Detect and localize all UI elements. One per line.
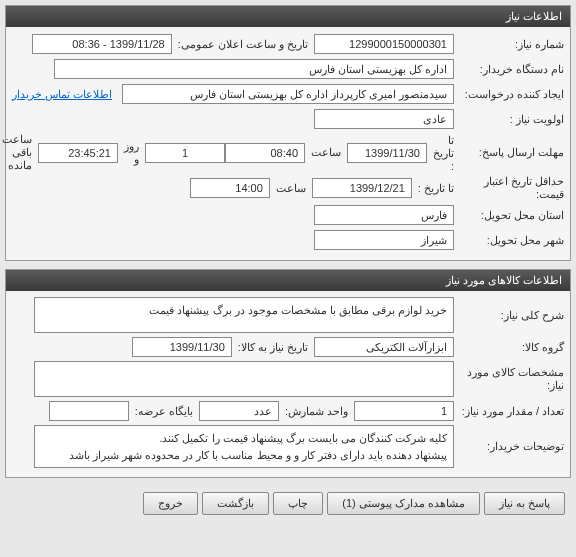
package-value — [49, 401, 129, 421]
to-time-value: 08:40 — [225, 143, 305, 163]
attachments-button[interactable]: مشاهده مدارک پیوستی (1) — [327, 492, 480, 515]
buyer-name-value: اداره کل بهزیستی استان فارس — [54, 59, 454, 79]
qty-value: 1 — [354, 401, 454, 421]
priority-value: عادی — [314, 109, 454, 129]
desc-label: شرح کلی نیاز: — [454, 309, 564, 322]
province-value: فارس — [314, 205, 454, 225]
back-button[interactable]: بازگشت — [202, 492, 269, 515]
need-info-panel: اطلاعات نیاز شماره نیاز: 129900015000030… — [5, 5, 571, 261]
public-date-value: 1399/11/28 - 08:36 — [32, 34, 172, 54]
province-label: استان محل تحویل: — [454, 209, 564, 222]
need-number-label: شماره نیاز: — [454, 38, 564, 51]
to-date-label: تا تاریخ : — [427, 134, 454, 172]
priority-label: اولویت نیاز : — [454, 113, 564, 126]
panel1-header: اطلاعات نیاز — [6, 6, 570, 27]
deadline-label: مهلت ارسال پاسخ: — [454, 146, 564, 159]
city-label: شهر محل تحویل: — [454, 234, 564, 247]
button-bar: پاسخ به نیاز مشاهده مدارک پیوستی (1) چاپ… — [5, 486, 571, 521]
min-validity-label: حداقل تاریخ اعتبار قیمت: — [454, 175, 564, 201]
panel2-header: اطلاعات کالاهای مورد نیاز — [6, 270, 570, 291]
qty-label: تعداد / مقدار مورد نیاز: — [454, 405, 564, 418]
print-button[interactable]: چاپ — [273, 492, 323, 515]
exit-button[interactable]: خروج — [143, 492, 198, 515]
panel1-body: شماره نیاز: 1299000150000301 تاریخ و ساع… — [6, 27, 570, 260]
city-value: شیراز — [314, 230, 454, 250]
goods-info-panel: اطلاعات کالاهای مورد نیاز شرح کلی نیاز: … — [5, 269, 571, 478]
need-date-label: تاریخ نیاز به کالا: — [232, 341, 314, 354]
to-date-value: 1399/11/30 — [347, 143, 427, 163]
notes-label: توضیحات خریدار: — [454, 440, 564, 453]
public-date-label: تاریخ و ساعت اعلان عمومی: — [172, 38, 314, 51]
panel2-body: شرح کلی نیاز: خرید لوازم برقی مطابق با م… — [6, 291, 570, 477]
remaining-label: ساعت باقی مانده — [0, 133, 38, 172]
desc-value: خرید لوازم برقی مطابق با مشخصات موجود در… — [34, 297, 454, 333]
validity-time-value: 14:00 — [190, 178, 270, 198]
spec-label: مشخصات کالای مورد نیاز: — [454, 366, 564, 392]
need-number-value: 1299000150000301 — [314, 34, 454, 54]
respond-button[interactable]: پاسخ به نیاز — [484, 492, 565, 515]
unit-label: واحد شمارش: — [279, 405, 354, 418]
package-label: بایگاه عرضه: — [129, 405, 199, 418]
validity-date-value: 1399/12/21 — [312, 178, 412, 198]
group-value: ابزارآلات الکتریکی — [314, 337, 454, 357]
unit-value: عدد — [199, 401, 279, 421]
buyer-name-label: نام دستگاه خریدار: — [454, 63, 564, 76]
creator-value: سیدمنصور امیری کارپرداز اداره کل بهزیستی… — [122, 84, 454, 104]
notes-value: کلیه شرکت کنندگان می بایست برگ پیشنهاد ق… — [34, 425, 454, 468]
creator-label: ایجاد کننده درخواست: — [454, 88, 564, 101]
need-date-value: 1399/11/30 — [132, 337, 232, 357]
time-label-2: ساعت — [270, 182, 312, 195]
buyer-contact-link[interactable]: اطلاعات تماس خریدار — [12, 88, 112, 101]
day-count-value: 1 — [145, 143, 225, 163]
time-label-1: ساعت — [305, 146, 347, 159]
day-word: روز و — [118, 140, 145, 166]
spec-value — [34, 361, 454, 397]
remaining-time-value: 23:45:21 — [38, 143, 118, 163]
to-date-label-2: تا تاریخ : — [412, 182, 454, 195]
group-label: گروه کالا: — [454, 341, 564, 354]
